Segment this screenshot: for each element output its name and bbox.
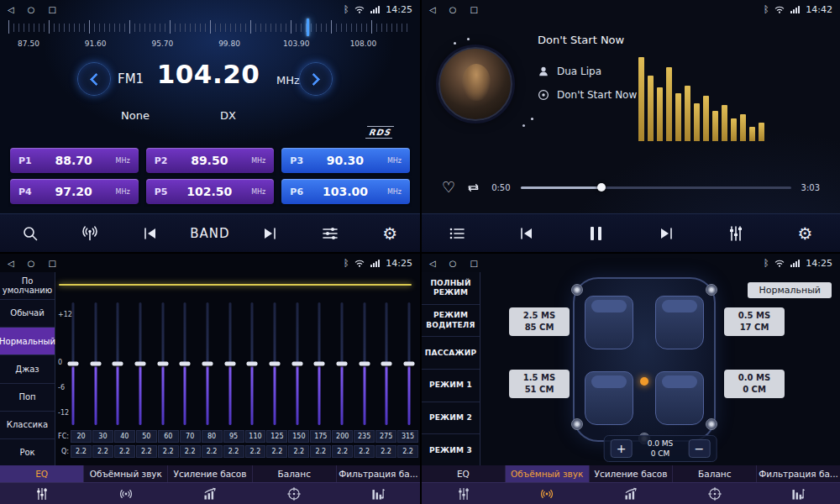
eq-band-slider-11[interactable] [313, 302, 325, 425]
eq-band-slider-7[interactable] [224, 302, 236, 425]
nav-recents-icon[interactable]: □ [470, 5, 477, 14]
listening-position-dot[interactable] [640, 377, 648, 386]
search-button[interactable] [10, 218, 50, 249]
nav-recents-icon[interactable]: □ [470, 259, 477, 268]
next-track-button[interactable] [646, 218, 686, 249]
eq-band-slider-10[interactable] [291, 302, 303, 425]
delay-rear-right[interactable]: 0.0 MS 0 CM [724, 370, 785, 398]
balance-icon[interactable] [673, 483, 757, 504]
slider-knob[interactable] [336, 362, 347, 366]
equalizer-button[interactable] [716, 218, 756, 249]
nav-home-icon[interactable]: ○ [449, 259, 457, 268]
surround-mode-item-0[interactable]: ПОЛНЫЙ РЕЖИМ [422, 272, 480, 305]
radio-preset-p6[interactable]: P6103.00MHz [281, 179, 410, 204]
tab-eq[interactable]: EQ [0, 465, 84, 482]
eq-band-slider-0[interactable] [67, 302, 79, 425]
delay-rear-left[interactable]: 1.5 MS 51 CM [509, 370, 570, 398]
eq-band-slider-15[interactable] [403, 302, 415, 425]
surround-sound-icon[interactable] [506, 483, 590, 504]
eq-preset-item-1[interactable]: Обычай [0, 300, 55, 328]
slider-knob[interactable] [269, 362, 280, 366]
radio-preset-p1[interactable]: P188.70MHz [10, 148, 139, 173]
frequency-scale[interactable]: 87.50 91.60 95.70 99.80 103.90 108.00 [8, 20, 412, 54]
tab-balance[interactable]: Баланс [253, 465, 337, 482]
delay-increase-button[interactable]: + [611, 439, 633, 458]
eq-icon[interactable] [0, 483, 84, 504]
subwoofer-filter-icon[interactable] [756, 483, 840, 504]
settings-button[interactable]: ⚙ [785, 218, 826, 249]
slider-knob[interactable] [314, 362, 325, 366]
eq-preset-item-2[interactable]: Нормальный [0, 328, 55, 355]
eq-band-slider-6[interactable] [202, 302, 213, 425]
eq-preset-item-4[interactable]: Поп [0, 384, 55, 412]
favorite-button[interactable]: ♡ [442, 180, 455, 195]
nav-back-icon[interactable]: ◁ [429, 5, 436, 14]
tune-down-button[interactable] [77, 62, 111, 96]
eq-band-slider-5[interactable] [179, 302, 191, 425]
surround-mode-item-4[interactable]: РЕЖИМ 2 [422, 402, 480, 435]
surround-mode-item-5[interactable]: РЕЖИМ 3 [422, 434, 480, 467]
tab-surround[interactable]: Объёмный звук [506, 465, 590, 482]
nav-back-icon[interactable]: ◁ [429, 259, 436, 268]
nav-back-icon[interactable]: ◁ [8, 259, 14, 268]
eq-icon[interactable] [422, 483, 506, 504]
eq-band-slider-3[interactable] [134, 302, 146, 425]
tab-eq[interactable]: EQ [422, 465, 506, 482]
nav-back-icon[interactable]: ◁ [8, 5, 14, 14]
bass-boost-icon[interactable] [589, 483, 673, 504]
radio-preset-p3[interactable]: P390.30MHz [281, 148, 410, 173]
surround-mode-item-3[interactable]: РЕЖИМ 1 [422, 370, 480, 402]
eq-preset-item-3[interactable]: Джаз [0, 355, 55, 383]
surround-mode-item-1[interactable]: РЕЖИМ ВОДИТЕЛЯ [422, 305, 480, 338]
slider-knob[interactable] [202, 362, 213, 366]
profile-button[interactable]: Нормальный [748, 282, 832, 298]
seek-knob[interactable] [597, 183, 606, 192]
subwoofer-filter-icon[interactable] [336, 483, 420, 504]
eq-band-slider-2[interactable] [112, 302, 123, 425]
eq-band-slider-9[interactable] [269, 302, 281, 425]
radio-preset-p4[interactable]: P497.20MHz [10, 179, 139, 204]
previous-preset-button[interactable] [130, 218, 171, 249]
settings-button[interactable]: ⚙ [370, 218, 410, 249]
surround-mode-item-2[interactable]: ПАССАЖИР [422, 337, 480, 370]
slider-knob[interactable] [157, 362, 168, 366]
previous-track-button[interactable] [507, 218, 547, 249]
tab-bass-boost[interactable]: Усиление басов [590, 465, 674, 482]
slider-knob[interactable] [291, 362, 302, 366]
nav-recents-icon[interactable]: □ [48, 5, 55, 14]
eq-band-slider-8[interactable] [246, 302, 258, 425]
pause-button[interactable] [576, 218, 617, 249]
eq-band-slider-13[interactable] [359, 302, 370, 425]
radio-preset-p2[interactable]: P289.50MHz [146, 148, 275, 173]
slider-knob[interactable] [224, 362, 235, 366]
slider-knob[interactable] [180, 362, 191, 366]
tab-filter[interactable]: Фильтрация ба... [337, 465, 420, 482]
audio-settings-button[interactable] [310, 218, 350, 249]
nav-recents-icon[interactable]: □ [48, 259, 55, 268]
surround-sound-icon[interactable] [84, 483, 168, 504]
eq-band-slider-14[interactable] [381, 302, 392, 425]
slider-knob[interactable] [68, 362, 79, 366]
slider-knob[interactable] [134, 362, 145, 366]
tab-balance[interactable]: Баланс [673, 465, 757, 482]
eq-preset-item-6[interactable]: Рок [0, 439, 55, 467]
repeat-button[interactable] [465, 180, 481, 196]
tune-up-button[interactable] [299, 62, 333, 96]
eq-band-slider-12[interactable] [336, 302, 348, 425]
eq-band-slider-4[interactable] [157, 302, 169, 425]
slider-knob[interactable] [381, 362, 392, 366]
nav-home-icon[interactable]: ○ [449, 5, 457, 14]
seek-bar[interactable] [521, 186, 791, 189]
next-preset-button[interactable] [249, 218, 290, 249]
nav-home-icon[interactable]: ○ [28, 259, 35, 268]
playlist-button[interactable] [437, 218, 477, 249]
album-art[interactable] [438, 47, 512, 121]
radio-preset-p5[interactable]: P5102.50MHz [146, 179, 275, 204]
tab-filter[interactable]: Фильтрация ба... [757, 465, 840, 482]
nav-home-icon[interactable]: ○ [28, 5, 35, 14]
slider-knob[interactable] [247, 362, 258, 366]
tab-surround[interactable]: Объёмный звук [84, 465, 168, 482]
band-button[interactable]: BAND [190, 218, 230, 249]
delay-front-right[interactable]: 0.5 MS 17 CM [724, 307, 785, 336]
balance-icon[interactable] [252, 483, 336, 504]
